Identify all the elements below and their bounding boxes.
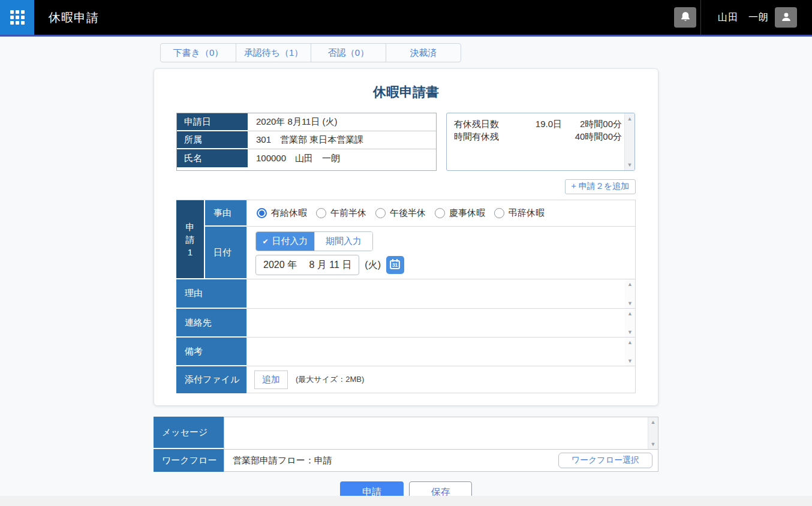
workflow-select-button[interactable]: ワークフロー選択 <box>558 453 652 468</box>
workflow-cell: 営業部申請フロー：申請 ワークフロー選択 <box>224 449 658 472</box>
bell-icon <box>679 11 691 25</box>
tab-pending-approval[interactable]: 承認待ち（1） <box>236 44 311 62</box>
horizontal-scrollbar-track[interactable] <box>0 496 812 506</box>
page-title: 休暇申請 <box>49 10 99 26</box>
table-row: 申請日 2020年 8月11日 (火) <box>177 113 436 131</box>
add-request2-button[interactable]: + 申請２を追加 <box>565 179 636 194</box>
balance-label: 有休残日数 <box>454 118 516 130</box>
reason-text-label: 理由 <box>176 279 246 309</box>
scroll-down-icon[interactable]: ▼ <box>651 441 656 447</box>
contact-cell: ▲ ▼ <box>246 309 635 338</box>
request-form-table: 申 請 1 事由 有給休暇 午前半休 午後半休 慶事休暇 弔辞休暇 <box>176 200 636 393</box>
radio-option-paid-leave[interactable]: 有給休暇 <box>257 207 307 219</box>
department-label: 所属 <box>177 131 248 149</box>
header-divider <box>700 0 701 35</box>
scroll-down-icon[interactable]: ▼ <box>627 300 633 306</box>
radio-icon <box>435 208 445 218</box>
textarea-scrollbar[interactable]: ▲ ▼ <box>625 279 635 308</box>
status-tabs: 下書き（0） 承認待ち（1） 否認（0） 決裁済 <box>160 43 461 62</box>
radio-icon <box>494 208 504 218</box>
scroll-up-icon[interactable]: ▲ <box>627 339 633 345</box>
workflow-value: 営業部申請フロー：申請 <box>233 455 558 466</box>
applicant-info-table: 申請日 2020年 8月11日 (火) 所属 301 営業部 東日本営業課 氏名… <box>176 113 437 171</box>
textarea-scrollbar[interactable]: ▲ ▼ <box>625 309 635 337</box>
tab-rejected[interactable]: 否認（0） <box>311 44 386 62</box>
radio-option-celebration-leave[interactable]: 慶事休暇 <box>435 207 485 219</box>
table-row: 所属 301 営業部 東日本営業課 <box>177 131 436 149</box>
weekday-label: (火) <box>365 259 381 272</box>
reason-options: 有給休暇 午前半休 午後半休 慶事休暇 弔辞休暇 <box>246 200 635 227</box>
grid-icon <box>10 10 25 25</box>
radio-checked-icon <box>257 208 267 218</box>
radio-label: 慶事休暇 <box>449 207 485 219</box>
calendar-button[interactable]: 31 <box>386 256 404 274</box>
leave-balance-content: 有休残日数 19.0日 2時間00分 時間有休残 40時間00分 <box>447 113 624 170</box>
balance-label: 時間有休残 <box>454 130 516 143</box>
scroll-down-icon[interactable]: ▼ <box>627 358 633 364</box>
vacation-request-card: 休暇申請書 申請日 2020年 8月11日 (火) 所属 301 営業部 東日本… <box>154 68 658 406</box>
attachment-label: 添付ファイル <box>176 366 246 393</box>
attachment-size-hint: (最大サイズ：2MB) <box>296 374 364 385</box>
scroll-up-icon[interactable]: ▲ <box>627 311 633 317</box>
check-icon: ✔ <box>262 237 268 246</box>
scroll-up-icon[interactable]: ▲ <box>627 116 633 122</box>
application-date-value: 2020年 8月11日 (火) <box>248 113 436 131</box>
radio-option-morning-half[interactable]: 午前半休 <box>316 207 366 219</box>
balance-hours: 2時間00分 <box>562 118 622 130</box>
date-input[interactable]: 2020 年 8 月 11 日 <box>255 255 359 275</box>
top-section: 申請日 2020年 8月11日 (火) 所属 301 営業部 東日本営業課 氏名… <box>176 113 636 171</box>
scroll-down-icon[interactable]: ▼ <box>627 162 633 168</box>
date-mode-tabs: ✔ 日付入力 期間入力 <box>255 231 373 251</box>
request1-group-label: 申 請 1 <box>176 200 205 279</box>
table-row: 氏名 100000 山田 一朗 <box>177 149 436 167</box>
app-launcher-button[interactable] <box>0 0 34 35</box>
user-menu-button[interactable] <box>775 7 797 28</box>
textarea-scrollbar[interactable]: ▲ ▼ <box>648 417 658 449</box>
contact-label: 連絡先 <box>176 309 246 338</box>
app-header: 休暇申請 山田 一朗 <box>0 0 812 35</box>
attachment-add-button[interactable]: 追加 <box>254 371 288 389</box>
department-value: 301 営業部 東日本営業課 <box>248 131 436 149</box>
tab-approved[interactable]: 決裁済 <box>386 44 461 62</box>
list-item: 時間有休残 40時間00分 <box>454 130 622 143</box>
workflow-label: ワークフロー <box>154 449 224 472</box>
radio-icon <box>375 208 386 218</box>
person-icon <box>780 11 792 25</box>
tab-draft[interactable]: 下書き（0） <box>161 44 236 62</box>
tab-date-entry[interactable]: ✔ 日付入力 <box>256 232 314 251</box>
reason-label: 事由 <box>205 200 246 227</box>
scroll-down-icon[interactable]: ▼ <box>627 329 633 335</box>
note-cell: ▲ ▼ <box>246 338 635 366</box>
scroll-up-icon[interactable]: ▲ <box>651 419 656 425</box>
name-label: 氏名 <box>177 149 248 167</box>
notification-button[interactable] <box>674 7 696 28</box>
balance-scrollbar[interactable]: ▲ ▼ <box>624 113 634 170</box>
message-label: メッセージ <box>154 417 224 449</box>
radio-icon <box>316 208 326 218</box>
balance-days <box>516 130 562 143</box>
message-textarea[interactable] <box>224 417 648 449</box>
contact-textarea[interactable] <box>247 309 625 337</box>
calendar-icon: 31 <box>389 258 401 272</box>
note-label: 備考 <box>176 338 246 366</box>
radio-label: 午後半休 <box>390 207 426 219</box>
reason-text-cell: ▲ ▼ <box>246 279 635 309</box>
note-textarea[interactable] <box>247 338 625 366</box>
balance-days: 19.0日 <box>516 118 562 130</box>
form-title: 休暇申請書 <box>176 83 636 101</box>
balance-hours: 40時間00分 <box>562 130 622 143</box>
radio-option-condolence-leave[interactable]: 弔辞休暇 <box>494 207 545 219</box>
name-value: 100000 山田 一朗 <box>248 149 436 167</box>
date-cell: ✔ 日付入力 期間入力 2020 年 8 月 11 日 (火) 31 <box>246 227 635 279</box>
date-line: 2020 年 8 月 11 日 (火) 31 <box>255 255 635 275</box>
date-label: 日付 <box>205 227 246 279</box>
mode-tab-label: 日付入力 <box>272 236 308 247</box>
textarea-scrollbar[interactable]: ▲ ▼ <box>625 338 635 366</box>
application-date-label: 申請日 <box>177 113 248 131</box>
reason-textarea[interactable] <box>247 279 625 308</box>
scroll-up-icon[interactable]: ▲ <box>627 281 633 287</box>
radio-label: 午前半休 <box>330 207 366 219</box>
tab-period-entry[interactable]: 期間入力 <box>314 232 372 251</box>
user-name: 山田 一朗 <box>718 11 769 24</box>
radio-option-afternoon-half[interactable]: 午後半休 <box>375 207 426 219</box>
